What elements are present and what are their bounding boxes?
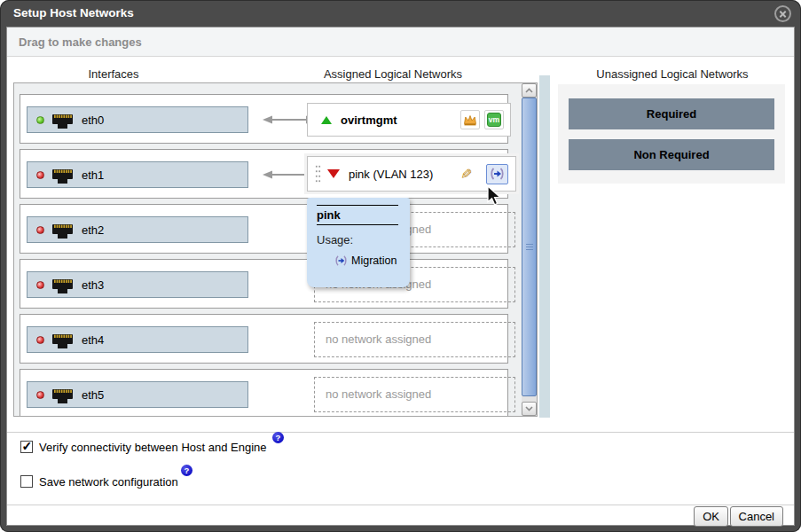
required-networks-group[interactable]: Required [569,98,774,129]
interface-label: eth3 [82,278,104,292]
ethernet-port-icon [51,332,74,348]
dialog-titlebar: Setup Host Networks [0,0,801,27]
network-up-icon [321,116,332,124]
management-network-icon [460,110,480,129]
interfaces-column-header: Interfaces [25,67,202,81]
interface-row-eth5: eth5 no network assigned [20,369,508,417]
assigned-networks-column-header: Assigned Logical Networks [291,67,495,81]
interface-eth4[interactable]: eth4 [27,326,248,353]
interface-label: eth5 [82,388,104,402]
interface-label: eth1 [82,168,104,182]
tooltip-usage-value: Migration [351,254,397,267]
tooltip-network-name: pink [317,205,398,225]
status-down-icon [36,281,44,289]
network-ovirtmgmt[interactable]: ovirtmgmt vm [307,103,511,137]
interface-label: eth2 [82,223,104,237]
scrollbar-thumb[interactable] [522,98,537,396]
ethernet-port-icon [51,112,74,129]
scroll-down-button[interactable] [522,402,537,416]
interface-label: eth0 [82,113,104,127]
dialog-content: Drag to make changes Interfaces Assigned… [6,27,795,526]
dialog-title: Setup Host Networks [13,0,134,27]
network-drop-zone[interactable]: no network assigned [314,377,515,412]
interface-eth3[interactable]: eth3 [27,271,248,298]
options-separator [7,432,794,433]
verify-connectivity-checkbox[interactable] [20,441,33,453]
interface-eth5[interactable]: eth5 [27,381,248,408]
interface-eth0[interactable]: eth0 [27,106,248,133]
cancel-button[interactable]: Cancel [730,506,783,527]
status-down-icon [36,336,44,344]
close-icon[interactable] [774,5,791,22]
ethernet-port-icon [51,277,74,293]
ethernet-port-icon [51,387,74,403]
scroll-up-button[interactable] [522,83,537,98]
interface-row-eth1: eth1 pink (VLAN 123) ✎ [20,149,508,199]
interfaces-scroll-area: eth0 ovirtmgmt [13,82,538,417]
network-down-icon [327,169,340,178]
network-tooltip: pink Usage: Migration [307,198,410,287]
migration-network-button[interactable] [486,164,508,184]
unassigned-networks-panel: Required Non Required [558,84,785,184]
interface-eth1[interactable]: eth1 [27,161,248,188]
panel-splitter[interactable] [539,75,550,418]
vm-network-icon: vm [484,110,504,129]
interface-eth2[interactable]: eth2 [27,216,248,243]
help-icon[interactable]: ? [181,465,192,476]
tooltip-usage-label: Usage: [317,233,400,246]
migration-icon [334,255,348,266]
unassigned-networks-column-header: Unassigned Logical Networks [557,67,788,81]
status-down-icon [36,226,44,234]
help-icon[interactable]: ? [272,432,284,443]
vertical-scrollbar[interactable] [522,83,537,416]
save-network-config-label[interactable]: Save network configuration [39,475,178,489]
ethernet-port-icon [51,167,74,184]
network-label: pink (VLAN 123) [349,168,433,181]
network-drop-zone[interactable]: no network assigned [314,322,515,357]
interface-row-eth4: eth4 no network assigned [20,314,508,364]
migration-icon [490,168,505,180]
interface-label: eth4 [82,333,104,347]
interface-row-eth2: eth2 no network assigned [20,204,508,254]
interface-row-eth3: eth3 no network assigned [20,259,508,309]
network-pink[interactable]: pink (VLAN 123) ✎ [307,156,516,192]
drag-hint: Drag to make changes [7,27,794,57]
edit-network-icon[interactable]: ✎ [460,166,472,183]
network-label: ovirtmgmt [341,113,397,127]
setup-host-networks-dialog: Setup Host Networks Drag to make changes… [0,0,801,532]
drag-handle[interactable] [315,164,321,184]
ethernet-port-icon [51,222,74,239]
interface-row-eth0: eth0 ovirtmgmt [20,94,508,144]
verify-connectivity-label[interactable]: Verify connectivity between Host and Eng… [39,441,267,454]
save-network-config-checkbox[interactable] [20,475,33,488]
non-required-networks-group[interactable]: Non Required [569,139,774,170]
footer-separator [7,505,794,505]
mouse-cursor [487,185,502,207]
status-up-icon [36,116,44,124]
status-down-icon [36,391,44,399]
ok-button[interactable]: OK [694,506,728,527]
status-down-icon [36,171,44,179]
